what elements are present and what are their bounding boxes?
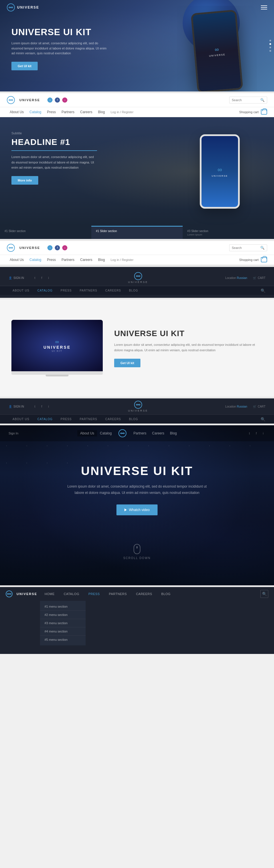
space-nav-partners[interactable]: Partners — [130, 430, 149, 436]
scroll-mouse-icon — [134, 544, 140, 554]
dark-topnav-partners[interactable]: PARTNERS — [107, 591, 129, 597]
dark-v2-catalog[interactable]: CATALOG — [33, 415, 57, 424]
space-facebook[interactable]: f — [254, 431, 259, 436]
nav-blog[interactable]: Blog — [95, 107, 108, 117]
dark-instagram-icon[interactable]: i — [46, 276, 51, 280]
space-video-button[interactable]: Whatch video — [116, 504, 158, 515]
instagram-icon[interactable]: i — [62, 97, 67, 103]
location-value-v2[interactable]: Russian — [237, 405, 247, 408]
dark-topnav-home[interactable]: HOME — [43, 591, 56, 597]
dark-nav-blog[interactable]: BLOG — [125, 286, 142, 295]
nav-v2-login[interactable]: Log in / Register — [108, 255, 136, 265]
dark-topnav-press[interactable]: PRESS — [87, 591, 102, 597]
nav-search-button-dark[interactable]: 🔍 — [260, 590, 268, 598]
dropdown-item-5[interactable]: #5 menu section — [40, 636, 85, 644]
nav-v2-careers[interactable]: Careers — [77, 255, 95, 265]
dark-v2-partners[interactable]: PARTNERS — [76, 415, 101, 424]
instagram-icon-v2[interactable]: i — [62, 245, 67, 250]
location-v2: Location Russian — [225, 405, 247, 408]
twitter-icon[interactable]: t — [47, 97, 53, 103]
dark-tw-v2[interactable]: t — [33, 404, 37, 409]
laptop-cta-button[interactable]: Get UI kit — [114, 359, 140, 367]
hero-cta-button[interactable]: Get UI kit — [11, 62, 38, 70]
slide-dot-3[interactable] — [269, 46, 271, 48]
facebook-icon-v2[interactable]: f — [55, 245, 60, 250]
dark-logo-center: UNIVERSE — [51, 272, 225, 283]
nav-careers[interactable]: Careers — [77, 107, 95, 117]
dark-logo-mark[interactable] — [134, 272, 142, 280]
dropdown-item-3[interactable]: #3 menu section — [40, 619, 85, 627]
space-signin-link[interactable]: Sign In — [8, 432, 18, 435]
hero-slider: Subtitle HEADLINE #1 Lorem ipsum dolor s… — [0, 117, 274, 226]
slider-tab-1[interactable]: #1 Slider section — [0, 226, 91, 239]
slide-dot-1[interactable] — [269, 40, 271, 41]
twitter-icon-v2[interactable]: t — [47, 245, 53, 250]
nav-v2-press[interactable]: Press — [44, 255, 59, 265]
dark-signin-v2[interactable]: 👤 SIGN IN — [8, 405, 24, 408]
location-info: Location Russian — [225, 276, 247, 280]
dark-search-button[interactable]: 🔍 — [261, 288, 266, 293]
hamburger-button[interactable] — [261, 5, 267, 9]
dark-cart-v2[interactable]: 🛒 CART — [253, 405, 266, 408]
nav-login[interactable]: Log in / Register — [108, 107, 136, 117]
dark-topnav-blog[interactable]: BLOG — [160, 591, 172, 597]
dark-v2-about[interactable]: ABOUT US — [8, 415, 33, 424]
dark-nav-partners[interactable]: PARTNERS — [76, 286, 101, 295]
shopping-cart[interactable]: Shopping cart — [239, 110, 267, 115]
dark-logo-mark-v2[interactable] — [134, 401, 142, 409]
header-v2-logo-mark[interactable] — [7, 244, 15, 252]
search-input[interactable] — [232, 98, 260, 102]
nav-v2-about[interactable]: About Us — [7, 255, 27, 265]
nav-partners[interactable]: Partners — [59, 107, 77, 117]
slider-more-info-button[interactable]: More info — [11, 176, 38, 185]
dark-twitter-icon[interactable]: t — [33, 276, 37, 280]
dropdown-item-4[interactable]: #4 menu section — [40, 627, 85, 636]
dark-nav-careers[interactable]: CAREERS — [101, 286, 125, 295]
header-logo-mark[interactable] — [7, 96, 15, 104]
slider-tab-3[interactable]: #3 Slider section Lorem Ipsum — [183, 226, 274, 239]
hero-description: Lorem ipsum dolor sit amet, consectetur … — [11, 41, 108, 56]
cart-v2[interactable]: Shopping cart — [239, 257, 267, 262]
dropdown-item-2[interactable]: #2 menu section — [40, 611, 85, 619]
logo-mark[interactable] — [7, 3, 15, 11]
slide-dot-4[interactable] — [269, 50, 271, 52]
facebook-icon[interactable]: f — [55, 97, 60, 103]
space-instagram[interactable]: i — [261, 431, 266, 436]
space-nav-blog[interactable]: Blog — [167, 430, 180, 436]
laptop-description: Lorem ipsum dolor sit amet, consectetur … — [114, 342, 263, 353]
space-nav-items: About Us Catalog Partners Careers Blog — [18, 429, 239, 437]
space-nav-careers[interactable]: Careers — [149, 430, 167, 436]
location-value[interactable]: Russian — [237, 276, 247, 280]
dark-ig-v2[interactable]: i — [46, 404, 51, 409]
dark-cart-button[interactable]: 🛒 CART — [253, 276, 266, 280]
dark-fb-v2[interactable]: f — [39, 404, 44, 409]
dark-nav-press[interactable]: PRESS — [57, 286, 76, 295]
slide-dot-2[interactable] — [269, 43, 271, 45]
nav-v2-catalog[interactable]: Catalog — [27, 255, 44, 265]
space-twitter[interactable]: t — [247, 431, 252, 436]
space-nav-about[interactable]: About Us — [77, 430, 97, 436]
laptop-base — [11, 371, 103, 375]
nav-v2-blog[interactable]: Blog — [95, 255, 108, 265]
dark-v2-blog[interactable]: BLOG — [125, 415, 142, 424]
dark-nav-catalog[interactable]: CATALOG — [33, 286, 57, 295]
dark-topnav-careers[interactable]: CAREERS — [134, 591, 154, 597]
phone-screen: ∞ UNIVERSE — [193, 11, 241, 91]
dark-signin-button[interactable]: 👤 SIGN IN — [8, 276, 24, 280]
dropdown-item-1[interactable]: #1 menu section — [40, 602, 85, 611]
dark-facebook-icon[interactable]: f — [39, 276, 44, 280]
dark-search-v2[interactable]: 🔍 — [261, 417, 266, 422]
dark-v2-careers[interactable]: CAREERS — [101, 415, 125, 424]
slider-tab-2[interactable]: #1 Slider section — [91, 226, 183, 239]
nav-press[interactable]: Press — [44, 107, 59, 117]
nav-about-us[interactable]: About Us — [7, 107, 27, 117]
dark-v2-press[interactable]: PRESS — [57, 415, 76, 424]
nav-v2-partners[interactable]: Partners — [59, 255, 77, 265]
space-nav-catalog[interactable]: Catalog — [97, 430, 114, 436]
nav-logo-mark-dark[interactable] — [6, 590, 12, 597]
search-input-v2[interactable] — [232, 246, 260, 249]
space-logo-mark[interactable] — [118, 429, 127, 437]
nav-catalog[interactable]: Catalog — [27, 107, 44, 117]
dark-nav-about[interactable]: ABOUT US — [8, 286, 33, 295]
dark-topnav-catalog[interactable]: CATALOG — [62, 591, 81, 597]
